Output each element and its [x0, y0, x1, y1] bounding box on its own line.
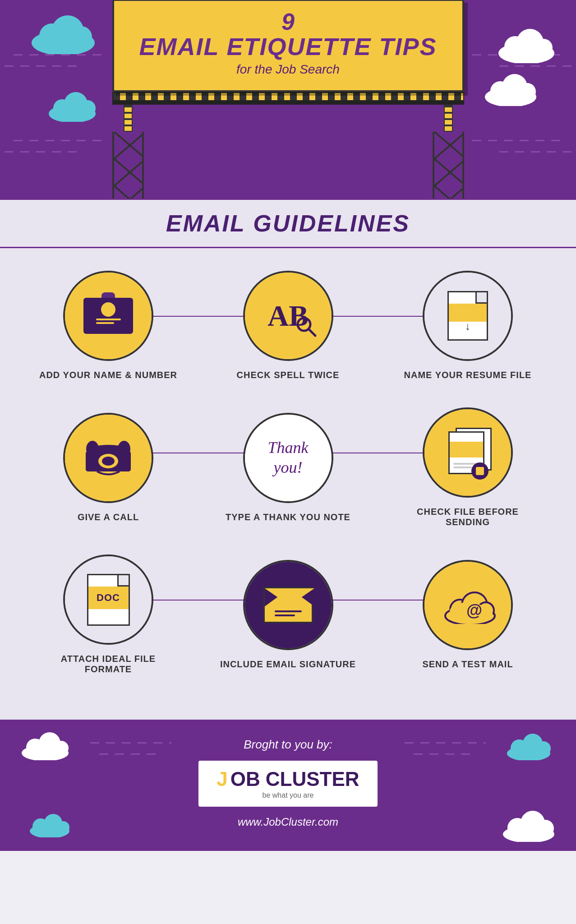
decorative-dash — [5, 65, 77, 67]
svg-point-42 — [536, 741, 551, 756]
tip-label-1: Add Your Name & Number — [39, 370, 177, 380]
svg-point-34 — [54, 741, 69, 755]
magnifier-icon — [295, 315, 318, 338]
svg-text:@: @ — [466, 601, 482, 619]
envelope-icon — [245, 562, 332, 648]
tips-row-2: Give A Call Thankyou! Type A Thank You N… — [36, 407, 540, 527]
tip-item-4: Give A Call — [36, 413, 180, 522]
billboard-support — [112, 105, 464, 199]
stamp-badge — [471, 462, 488, 480]
billboard-subtitle: for the Job Search — [132, 62, 444, 77]
billboard-number: 9 — [132, 10, 444, 33]
tip-circle-resume: ↓ — [423, 271, 513, 361]
cloud-top-left — [27, 14, 99, 54]
billboard-bottom-border — [112, 101, 464, 105]
cloud-shape-icon: @ — [443, 588, 497, 624]
thankyou-icon: Thankyou! — [245, 415, 332, 501]
header-section: 9 Email Etiquette Tips for the Job Searc… — [0, 0, 576, 199]
checkfile-icon — [424, 409, 511, 496]
tip-circle-badge — [63, 271, 153, 361]
badge-line — [96, 319, 121, 320]
envelope-body — [263, 587, 313, 623]
tip-label-2: Check Spell Twice — [237, 370, 340, 380]
svg-line-17 — [309, 329, 315, 336]
tip-item-7: DOC Attach Ideal File Formate — [36, 554, 180, 675]
tips-row-1: Add Your Name & Number AB — [36, 271, 540, 380]
resume-icon: ↓ — [424, 273, 511, 359]
tip-circle-doc: DOC — [63, 554, 153, 645]
billboard-title: Email Etiquette Tips — [132, 33, 444, 60]
tip-item-2: AB Check Spell Twice — [216, 271, 360, 380]
footer-cloud-tr — [504, 731, 553, 760]
pillar-right — [433, 105, 464, 199]
decorative-dash — [472, 140, 562, 141]
cloud-at-container: @ — [443, 588, 493, 622]
footer-section: Broght to you by: J OB CLUSTER be what y… — [0, 720, 576, 851]
truss-left — [112, 132, 144, 199]
spell-icon: AB — [245, 273, 332, 359]
billboard: 9 Email Etiquette Tips for the Job Searc… — [112, 0, 464, 199]
badge-card — [83, 298, 133, 334]
tip-label-7: Attach Ideal File Formate — [36, 654, 180, 675]
resume-arrow-icon: ↓ — [465, 320, 470, 333]
pillar-strip — [124, 105, 133, 132]
svg-point-23 — [102, 457, 115, 466]
svg-point-3 — [70, 26, 92, 48]
resume-strip — [449, 304, 487, 322]
svg-point-7 — [535, 39, 553, 57]
doc-icon: DOC — [65, 556, 152, 643]
tip-circle-spell: AB — [243, 271, 333, 361]
footer-brought-text: Broght to you by: — [244, 738, 332, 752]
svg-point-20 — [86, 441, 99, 457]
guidelines-header: Email Guidelines — [0, 199, 576, 248]
badge-clip — [101, 292, 115, 298]
decorative-dash — [499, 151, 571, 152]
thank-you-text: Thankyou! — [268, 438, 309, 477]
truss-right — [433, 132, 464, 199]
tips-row-3: DOC Attach Ideal File Formate — [36, 554, 540, 675]
tip-label-9: Send A Test Mail — [422, 659, 513, 670]
tip-item-5: Thankyou! Type A Thank You Note — [216, 413, 360, 522]
tip-label-6: Check File Before Sending — [396, 507, 540, 527]
cloud-mid-right — [481, 72, 540, 106]
cloud-top-right — [495, 27, 558, 63]
env-line — [275, 610, 302, 612]
footer-logo-box: J OB CLUSTER be what you are — [198, 761, 377, 807]
pillar-strip — [444, 105, 453, 132]
envelope-lines — [275, 610, 302, 616]
footer-logo: J OB CLUSTER — [217, 768, 359, 790]
tip-circle-envelope — [243, 560, 333, 650]
logo-j: J — [217, 768, 227, 790]
svg-point-21 — [118, 441, 130, 457]
tip-circle-thankyou: Thankyou! — [243, 413, 333, 503]
badge-line — [96, 322, 114, 324]
logo-ob: OB — [230, 768, 260, 790]
tip-item-6: Check File Before Sending — [396, 407, 540, 527]
doc-file: DOC — [87, 574, 130, 626]
tip-label-8: Include Email Signature — [220, 659, 356, 670]
resume-corner — [475, 292, 487, 304]
decorative-dash — [499, 65, 571, 67]
tips-section: Add Your Name & Number AB — [0, 248, 576, 720]
phone-icon — [65, 415, 152, 501]
billboard-base-bar — [112, 92, 464, 101]
tip-item-8: Include Email Signature — [216, 560, 360, 670]
logo-cluster: CLUSTER — [266, 768, 359, 790]
resume-file: ↓ — [447, 291, 488, 341]
badge-avatar — [101, 302, 115, 317]
cloud-mid-left — [45, 90, 99, 122]
tip-item-3: ↓ Name Your Resume File — [396, 271, 540, 380]
tip-item-9: @ Send A Test Mail — [396, 560, 540, 670]
tip-item-1: Add Your Name & Number — [36, 271, 180, 380]
footer-cloud-bl — [27, 810, 72, 837]
doc-corner — [117, 575, 129, 587]
footer-url: www.JobCluster.com — [238, 816, 338, 828]
pillar-left — [112, 105, 144, 199]
tip-circle-checkfile — [423, 407, 513, 498]
env-line — [275, 614, 295, 616]
svg-point-46 — [537, 820, 554, 837]
guidelines-title: Email Guidelines — [0, 210, 576, 237]
decorative-dash — [5, 151, 77, 152]
tip-label-3: Name Your Resume File — [404, 370, 532, 380]
tip-circle-phone — [63, 413, 153, 503]
